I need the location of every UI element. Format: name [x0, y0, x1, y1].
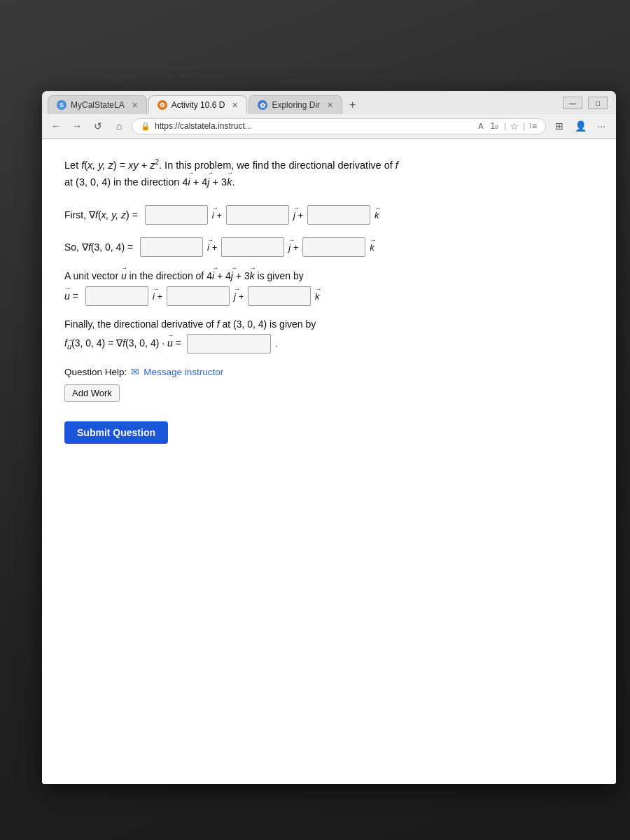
back-button[interactable]: ← — [48, 118, 64, 134]
final-eq-label: fu(3, 0, 4) = ∇f(3, 0, 4) · u = — [64, 337, 181, 351]
gradient-point-row: So, ∇f(3, 0, 4) = i + j + k — [64, 237, 594, 257]
u-equals-label: u = — [64, 290, 78, 302]
unit-vector-label: A unit vector u in the direction of 4i +… — [64, 270, 594, 282]
gradient-j-input[interactable] — [226, 205, 289, 225]
tab-activity[interactable]: ✿ Activity 10.6 D ✕ — [148, 95, 248, 114]
gradient-point-j-input[interactable] — [221, 237, 284, 257]
add-work-container: Add Work — [64, 384, 594, 412]
tab-close-mycalstatela[interactable]: ✕ — [132, 101, 138, 110]
gradient-point-i-symbol: i + — [207, 242, 217, 253]
add-work-button[interactable]: Add Work — [64, 384, 120, 402]
address-actions: ⊞ 👤 ··· — [550, 117, 610, 135]
gradient-point-input-group: i + j + k — [140, 237, 376, 257]
restore-button[interactable]: □ — [588, 97, 608, 109]
first-label: First, ∇f(x, y, z) = — [64, 209, 138, 220]
final-answer-input[interactable] — [187, 334, 271, 354]
gradient-point-k-input[interactable] — [302, 237, 365, 257]
tabs-row: S MyCalStateLA ✕ ✿ Activity 10.6 D ✕ ✿ E… — [42, 91, 616, 114]
question-help-label: Question Help: — [64, 367, 127, 377]
gradient-i-symbol: i + — [212, 210, 222, 220]
question-help: Question Help: ✉ Message instructor — [64, 366, 594, 377]
tab-close-exploring[interactable]: ✕ — [327, 101, 333, 110]
address-text: https://calstatela.instruct... — [155, 121, 474, 131]
unit-vector-row: u = i + j + k — [64, 286, 594, 306]
unit-vector-input-group: i + j + k — [85, 286, 321, 306]
gradient-point-k-symbol: k — [370, 242, 374, 253]
window-controls: — □ — [563, 97, 608, 109]
divider1: | — [504, 122, 506, 130]
gradient-j-symbol: j + — [293, 210, 303, 220]
favorites-icon[interactable]: ☆ — [510, 121, 519, 132]
tab-exploring[interactable]: ✿ Exploring Dir ✕ — [248, 95, 342, 114]
gradient-k-input[interactable] — [307, 205, 370, 225]
gradient-k-symbol: k — [374, 210, 379, 220]
profile-button[interactable]: 👤 — [571, 117, 589, 135]
gradient-i-input[interactable] — [145, 205, 208, 225]
unit-j-symbol: j + — [234, 291, 244, 302]
more-button[interactable]: ··· — [592, 117, 610, 135]
reading-mode-icon[interactable]: A — [478, 122, 483, 130]
submit-container: Submit Question — [64, 421, 594, 444]
unit-k-input[interactable] — [248, 286, 311, 306]
new-tab-icon-btn[interactable]: ⊞ — [550, 117, 568, 135]
tab-close-activity[interactable]: ✕ — [232, 101, 238, 110]
problem-line-1: Let f(x, y, z) = xy + z2. In this proble… — [64, 156, 594, 174]
gradient-input-group: i + j + k — [145, 205, 381, 225]
title-bar: S MyCalStateLA ✕ ✿ Activity 10.6 D ✕ ✿ E… — [42, 91, 616, 139]
tab-icon-exploring: ✿ — [258, 100, 267, 110]
finally-label: Finally, the directional derivative of f… — [64, 318, 594, 330]
final-period: . — [275, 338, 278, 349]
tab-icon-activity: ✿ — [158, 100, 167, 110]
refresh-button[interactable]: ↺ — [90, 118, 106, 134]
gradient-point-j-symbol: j + — [288, 242, 298, 253]
tab-label-exploring: Exploring Dir — [272, 100, 320, 110]
divider2: | — [523, 122, 525, 130]
page-content: Let f(x, y, z) = xy + z2. In this proble… — [42, 139, 616, 784]
unit-i-symbol: i + — [153, 291, 162, 302]
unit-k-symbol: k — [315, 291, 320, 302]
address-bar: ← → ↺ ⌂ 🔒 https://calstatela.instruct...… — [42, 114, 616, 139]
home-button[interactable]: ⌂ — [111, 118, 127, 134]
problem-statement: Let f(x, y, z) = xy + z2. In this proble… — [64, 156, 594, 191]
address-input-field[interactable]: 🔒 https://calstatela.instruct... A 1₀ | … — [132, 118, 546, 134]
unit-j-input[interactable] — [167, 286, 230, 306]
gradient-point-i-input[interactable] — [140, 237, 203, 257]
final-derivative-row: fu(3, 0, 4) = ∇f(3, 0, 4) · u = . — [64, 334, 594, 354]
tab-label-activity: Activity 10.6 D — [172, 100, 225, 110]
tab-mycalstatela[interactable]: S MyCalStateLA ✕ — [48, 95, 147, 114]
gradient-formula-row: First, ∇f(x, y, z) = i + j + k — [64, 205, 594, 225]
add-tab-button[interactable]: + — [344, 96, 361, 114]
message-envelope-icon: ✉ — [131, 366, 139, 377]
minimize-button[interactable]: — — [563, 97, 582, 109]
tab-icon-s: S — [57, 100, 66, 110]
submit-question-button[interactable]: Submit Question — [64, 421, 168, 444]
problem-line-2: at (3, 0, 4) in the direction 4i + 4j + … — [64, 174, 594, 191]
so-label: So, ∇f(3, 0, 4) = — [64, 241, 133, 253]
reading-score-icon: 1₀ — [491, 121, 499, 131]
browser-window: S MyCalStateLA ✕ ✿ Activity 10.6 D ✕ ✿ E… — [42, 91, 616, 784]
message-instructor-link[interactable]: Message instructor — [144, 367, 223, 377]
tab-label-mycalstatela: MyCalStateLA — [71, 100, 125, 110]
unit-i-input[interactable] — [85, 286, 148, 306]
lock-icon: 🔒 — [141, 122, 150, 131]
add-favorites-icon[interactable]: ⁝≡ — [529, 121, 537, 131]
forward-button[interactable]: → — [69, 118, 85, 134]
